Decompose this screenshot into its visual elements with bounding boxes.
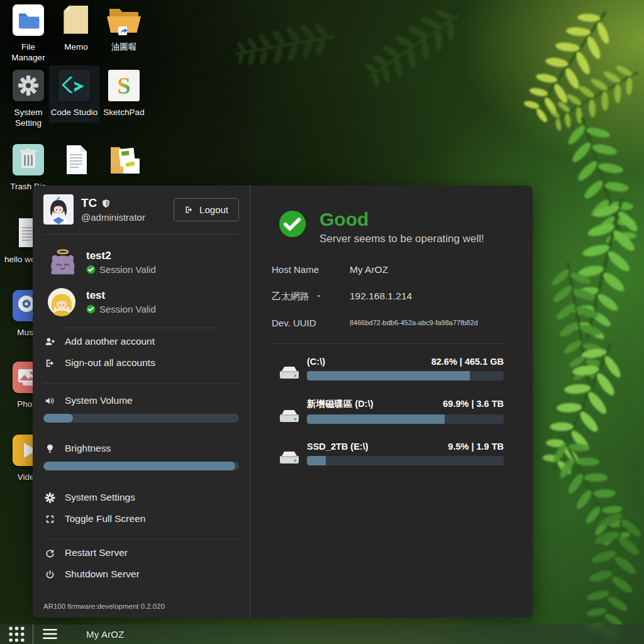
divider [43, 383, 239, 384]
account-row-test[interactable]: test Session Valid [47, 287, 239, 316]
status-check-icon [278, 209, 307, 238]
menu-restart-server[interactable]: Restart Server [45, 542, 239, 564]
desktop-icon-file-manager[interactable]: File Manager [4, 3, 53, 64]
user-plus-icon [45, 336, 55, 347]
user-header: TC @administrator Logout [43, 194, 239, 225]
volume-icon [45, 396, 55, 406]
ip-address-value: 192.168.1.214 [350, 291, 412, 302]
expand-icon [45, 514, 55, 525]
lightbulb-icon [45, 443, 55, 454]
hamburger-icon [43, 629, 57, 640]
desktop-icon-folder-docs[interactable] [99, 142, 148, 181]
check-circle-icon [86, 304, 96, 314]
gear-icon [45, 492, 55, 503]
hdd-icon [278, 450, 301, 465]
code-studio-icon [57, 68, 92, 103]
desktop-icon-label: SketchPad [99, 107, 148, 118]
desktop-icon-label: 油圖喔 [99, 42, 148, 52]
host-name-label: Host Name [272, 264, 350, 275]
folder-with-files-icon [104, 142, 143, 177]
menu-toggle-fullscreen[interactable]: Toggle Full Screen [45, 508, 239, 530]
session-status: Session Valid [99, 304, 156, 314]
menu-label: Brightness [65, 443, 111, 454]
power-icon [45, 569, 55, 580]
menu-label: Sign-out all accounts [65, 357, 155, 369]
taskbar-title: My ArOZ [86, 629, 125, 640]
app-launcher-button[interactable] [0, 625, 33, 644]
hdd-icon [278, 365, 301, 380]
account-info: test Session Valid [86, 289, 156, 314]
brightness-slider-fill [43, 462, 235, 470]
logout-button[interactable]: Logout [174, 198, 239, 221]
menu-label: System Volume [65, 395, 133, 406]
session-status: Session Valid [99, 264, 156, 275]
status-message: Server seems to be operating well! [319, 233, 484, 245]
divider [63, 328, 220, 328]
disk-row-e: SSD_2TB (E:\) 9.5% | 1.9 TB [272, 441, 508, 465]
avatar-test [47, 287, 76, 316]
desktop: File Manager Memo 油圖喔 [0, 0, 644, 644]
menu-shutdown-server[interactable]: Shutdown Server [45, 564, 239, 585]
status-title: Good [319, 209, 484, 230]
menu-label: Toggle Full Screen [65, 513, 145, 525]
system-setting-icon [11, 68, 46, 103]
user-handle: @administrator [81, 212, 166, 223]
disk-usage-detail: 82.6% | 465.1 GB [431, 357, 504, 367]
desktop-icon-sketchpad[interactable]: S SketchPad [99, 68, 148, 118]
desktop-icon-folder-yt[interactable]: 油圖喔 [99, 3, 148, 52]
restart-icon [45, 548, 55, 558]
menu-add-account[interactable]: Add another account [45, 331, 239, 352]
user-panel: TC @administrator Logout [33, 186, 250, 618]
hdd-icon [278, 408, 301, 423]
disk-usage-fill [307, 371, 470, 380]
disk-usage-bar [307, 456, 504, 465]
desktop-icon-code-studio[interactable]: Code Studio [49, 65, 99, 123]
disk-row-c: (C:\) 82.6% | 465.1 GB [272, 357, 508, 380]
account-name: test2 [86, 250, 156, 262]
trash-bin-icon [11, 142, 46, 177]
desktop-icon-label: Code Studio [49, 107, 99, 118]
caret-down-icon [316, 293, 322, 299]
brightness-slider[interactable] [43, 462, 239, 470]
system-volume-row: System Volume [45, 390, 239, 411]
desktop-icon-memo[interactable]: Memo [52, 3, 101, 52]
desktop-icon-system-setting[interactable]: System Setting [4, 68, 53, 129]
taskbar: My ArOZ [0, 625, 644, 644]
menu-system-settings[interactable]: System Settings [45, 487, 239, 508]
account-info: test2 Session Valid [86, 250, 156, 275]
account-name: test [86, 289, 156, 302]
volume-slider[interactable] [43, 414, 239, 423]
brightness-row: Brightness [45, 438, 239, 459]
file-manager-icon [11, 3, 46, 38]
desktop-icon-document[interactable] [52, 142, 101, 181]
desktop-icon-trash-bin[interactable]: Trash Bin [4, 142, 53, 192]
uuid-value: 8466bd72-bdb6-452a-abc9-fa98a77fb82d [350, 319, 478, 326]
user-status-popup: TC @administrator Logout [33, 186, 533, 618]
volume-slider-fill [43, 414, 73, 423]
sketchpad-icon: S [106, 68, 142, 103]
firmware-version: AR100 firmware:development 0.2.020 [43, 599, 239, 611]
menu-signout-all[interactable]: Sign-out all accounts [45, 352, 239, 374]
desktop-icon-label: Memo [52, 42, 101, 52]
network-interface-dropdown[interactable]: 乙太網路 [272, 291, 350, 303]
disk-usage-fill [307, 456, 326, 465]
disk-usage-fill [307, 414, 445, 424]
user-display-name: TC [81, 196, 97, 210]
desktop-icon-label: System Setting [4, 107, 53, 129]
disk-usage-bar [307, 371, 504, 380]
desktop-icon-label: File Manager [4, 42, 53, 64]
host-name-value: My ArOZ [350, 264, 388, 275]
divider [43, 234, 239, 235]
uuid-label: Dev. UUID [272, 318, 350, 328]
document-icon [58, 142, 94, 177]
avatar [43, 194, 74, 225]
divider [43, 539, 239, 540]
svg-text:S: S [117, 72, 130, 99]
grid-icon [8, 626, 25, 643]
host-name-row: Host Name My ArOZ [272, 264, 508, 275]
account-row-test2[interactable]: test2 Session Valid [47, 248, 239, 277]
logout-label: Logout [199, 204, 228, 215]
uuid-row: Dev. UUID 8466bd72-bdb6-452a-abc9-fa98a7… [272, 318, 508, 328]
menu-button[interactable] [33, 625, 66, 644]
shortcut-folder-icon [104, 3, 143, 38]
